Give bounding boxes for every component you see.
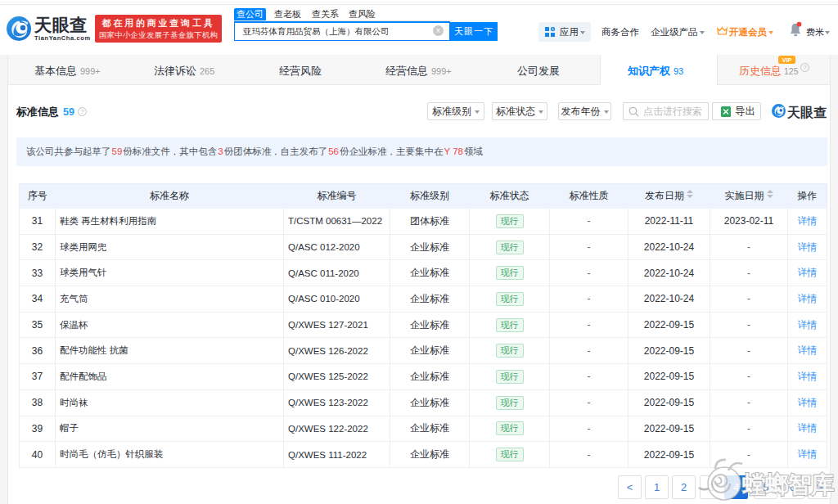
svg-text:VIP: VIP bbox=[782, 56, 791, 64]
svg-text:螳螂智库: 螳螂智库 bbox=[741, 471, 834, 497]
